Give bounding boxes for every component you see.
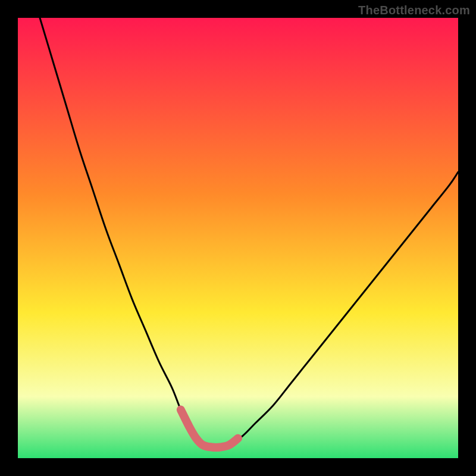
watermark-text: TheBottleneck.com	[358, 4, 470, 17]
chart-svg	[18, 18, 458, 458]
valley-highlight	[181, 410, 238, 447]
chart-frame: TheBottleneck.com	[0, 0, 476, 476]
bottleneck-curve	[40, 18, 458, 447]
